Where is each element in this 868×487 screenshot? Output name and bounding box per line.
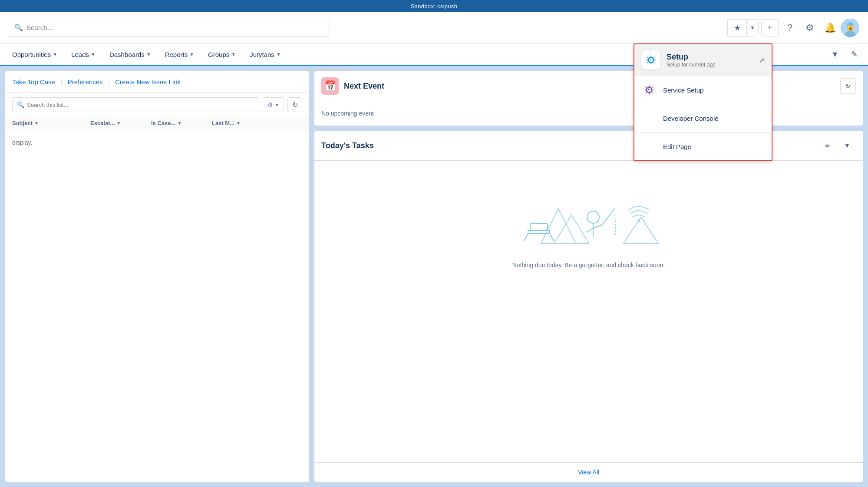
table-header: Subject ▼ Escalat... ▼ Is Case... ▼ Last… — [5, 116, 309, 130]
svg-line-10 — [550, 234, 554, 241]
nav-item-leads[interactable]: Leads ▼ — [64, 43, 102, 66]
help-button[interactable]: ? — [781, 19, 799, 36]
favorite-chevron-button[interactable]: ▼ — [746, 19, 759, 36]
svg-line-15 — [602, 209, 615, 225]
svg-marker-6 — [554, 215, 589, 243]
next-event-body: No upcoming event — [314, 101, 863, 126]
header-actions: ★ ▼ + ? ⚙ 🔔 😺 — [727, 19, 859, 37]
svg-line-14 — [593, 225, 602, 228]
search-bar[interactable]: 🔍 — [9, 19, 330, 37]
svg-line-16 — [615, 209, 616, 235]
nav-item-dashboards[interactable]: Dashboards ▼ — [102, 43, 158, 66]
svg-marker-5 — [541, 209, 576, 243]
search-icon: 🔍 — [17, 101, 24, 108]
next-event-refresh-button[interactable]: ↻ — [840, 78, 856, 94]
nav-item-groups[interactable]: Groups ▼ — [201, 43, 243, 66]
tasks-empty-text: Nothing due today. Be a go-getter, and c… — [512, 262, 665, 268]
gear-icon: ⚙ — [267, 101, 273, 108]
svg-line-9 — [524, 234, 528, 241]
settings-chevron-icon: ▼ — [275, 103, 279, 107]
nav-label-opportunities: Opportunities — [12, 51, 51, 58]
next-event-card: 📅 Next Event ↻ No upcoming event — [314, 71, 863, 126]
top-bar: Sandbox: csipush — [0, 0, 868, 12]
sort-icon: ▼ — [236, 121, 241, 126]
tasks-header: Today's Tasks ≡ ▼ — [314, 131, 863, 161]
svg-text:😺: 😺 — [847, 24, 855, 32]
edit-page-menu-item[interactable]: Edit Page — [634, 132, 772, 160]
help-icon: ? — [787, 22, 792, 33]
empty-display-text: display. — [12, 139, 32, 146]
add-icon: + — [768, 23, 772, 32]
star-button[interactable]: ★ — [727, 19, 746, 36]
nav-label-groups: Groups — [208, 51, 229, 58]
edit-page-label: Edit Page — [663, 143, 691, 150]
bell-button[interactable]: 🔔 — [821, 19, 838, 36]
search-input[interactable] — [26, 24, 324, 31]
developer-console-icon — [641, 110, 657, 126]
nav-item-jurytans[interactable]: Jurytans ▼ — [243, 43, 288, 66]
create-new-issue-link-button[interactable]: Create New Issue Link — [115, 78, 181, 86]
separator: | — [60, 77, 63, 86]
nav-item-reports[interactable]: Reports ▼ — [158, 43, 201, 66]
edit-page-icon — [641, 139, 657, 154]
col-header-iscase[interactable]: Is Case... ▼ — [151, 120, 212, 126]
sandbox-title: Sandbox: csipush — [411, 3, 457, 10]
setup-menu-item[interactable]: Setup Setup for current app ➚ — [634, 44, 772, 76]
service-setup-icon — [641, 82, 657, 98]
calendar-icon: 📅 — [321, 77, 339, 95]
chevron-down-icon: ▼ — [53, 52, 57, 57]
setup-label: Setup — [667, 53, 716, 62]
tasks-actions: ≡ ▼ — [818, 137, 856, 154]
settings-button[interactable]: ⚙ — [801, 19, 818, 36]
tasks-chevron-button[interactable]: ▼ — [838, 137, 856, 154]
separator: | — [108, 77, 110, 86]
col-header-lastm[interactable]: Last M... ▼ — [212, 120, 273, 126]
nav-item-opportunities[interactable]: Opportunities ▼ — [5, 43, 64, 66]
chevron-down-icon: ▼ — [146, 52, 151, 57]
search-icon: 🔍 — [14, 23, 23, 32]
widget-header: 📅 Next Event ↻ — [314, 71, 863, 101]
panel-search-area: 🔍 ⚙ ▼ ↻ — [5, 93, 309, 116]
table-body: display. — [5, 130, 309, 482]
setup-dropdown-menu: Setup Setup for current app ➚ Service Se… — [634, 43, 772, 161]
tasks-illustration — [323, 169, 854, 256]
nav-label-leads: Leads — [71, 51, 89, 58]
nav-edit-button[interactable]: ✎ — [845, 46, 863, 63]
svg-point-11 — [587, 211, 599, 223]
panel-refresh-button[interactable]: ↻ — [287, 97, 302, 112]
sort-icon: ▼ — [116, 121, 121, 126]
chevron-down-icon: ▼ — [91, 52, 96, 57]
tasks-footer: View All — [314, 462, 863, 482]
nav-label-dashboards: Dashboards — [109, 51, 145, 58]
nav-actions: ▼ ✎ — [826, 46, 868, 63]
preferences-button[interactable]: Preferences — [68, 78, 103, 86]
panel-search-box[interactable]: 🔍 — [12, 97, 259, 112]
panel-search-input[interactable] — [27, 102, 254, 108]
setup-sublabel: Setup for current app — [667, 62, 716, 68]
svg-marker-18 — [624, 217, 658, 243]
avatar[interactable]: 😺 — [841, 19, 859, 37]
add-button[interactable]: + — [761, 19, 779, 36]
panel-header: Take Top Case | Preferences | Create New… — [5, 71, 309, 93]
external-link-icon: ➚ — [759, 56, 765, 64]
refresh-icon: ↻ — [292, 101, 298, 109]
view-all-link[interactable]: View All — [578, 469, 599, 476]
left-panel: Take Top Case | Preferences | Create New… — [5, 71, 309, 482]
gear-icon: ⚙ — [805, 22, 814, 33]
header: 🔍 ★ ▼ + ? ⚙ 🔔 😺 — [0, 12, 868, 43]
panel-settings-button[interactable]: ⚙ ▼ — [263, 97, 284, 112]
right-panel: 📅 Next Event ↻ No upcoming event Today's… — [314, 66, 868, 487]
col-header-subject[interactable]: Subject ▼ — [12, 120, 90, 126]
service-setup-menu-item[interactable]: Service Setup — [634, 76, 772, 104]
sort-icon: ▼ — [177, 121, 182, 126]
developer-console-menu-item[interactable]: Developer Console — [634, 104, 772, 132]
service-setup-label: Service Setup — [663, 86, 703, 94]
take-top-case-button[interactable]: Take Top Case — [12, 78, 55, 86]
tasks-filter-button[interactable]: ≡ — [818, 137, 836, 154]
no-event-text: No upcoming event — [321, 110, 374, 117]
nav-more-button[interactable]: ▼ — [826, 46, 844, 63]
tasks-title: Today's Tasks — [321, 141, 374, 150]
tasks-body: Nothing due today. Be a go-getter, and c… — [314, 161, 863, 462]
chevron-down-icon: ▼ — [189, 52, 194, 57]
col-header-escalat[interactable]: Escalat... ▼ — [90, 120, 151, 126]
